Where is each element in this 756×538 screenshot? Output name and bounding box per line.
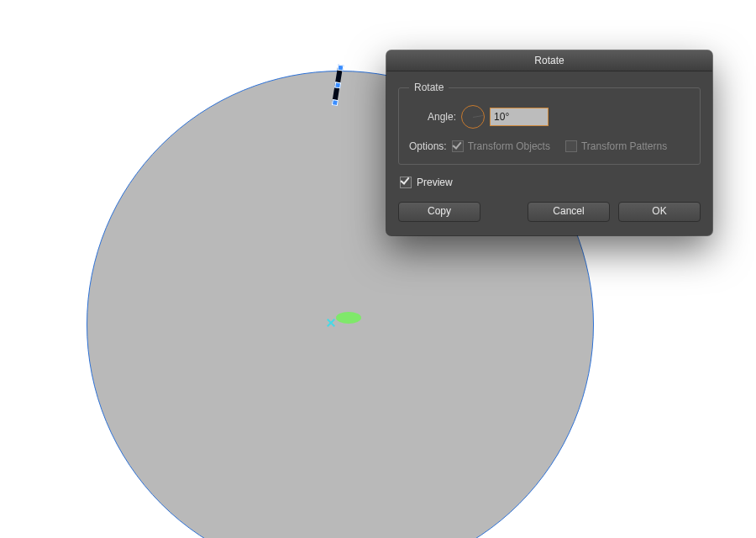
cancel-button[interactable]: Cancel xyxy=(528,202,610,222)
angle-label: Angle: xyxy=(428,111,456,123)
rotate-group-legend: Rotate xyxy=(409,82,449,93)
preview-label: Preview xyxy=(417,177,453,188)
selection-handle[interactable] xyxy=(337,65,344,71)
dialog-body: Rotate Angle: Options: Transform Objects… xyxy=(386,71,712,235)
transform-patterns-label: Transform Patterns xyxy=(581,140,667,152)
checkbox-box-icon xyxy=(452,140,464,152)
dialog-button-row: Copy Cancel OK xyxy=(398,202,701,222)
rotate-group: Rotate Angle: Options: Transform Objects… xyxy=(398,82,701,165)
dialog-title: Rotate xyxy=(534,55,564,66)
checkbox-box-icon xyxy=(400,177,412,188)
checkbox-box-icon xyxy=(565,140,577,152)
center-ellipse-mark[interactable] xyxy=(336,312,361,324)
angle-input[interactable] xyxy=(490,108,549,126)
options-row: Options: Transform Objects Transform Pat… xyxy=(409,140,690,152)
button-spacer xyxy=(489,202,519,222)
transform-patterns-checkbox: Transform Patterns xyxy=(565,140,667,152)
options-label: Options: xyxy=(409,140,447,152)
rotate-dialog: Rotate Rotate Angle: Options: Transform … xyxy=(386,50,712,235)
angle-dial-needle xyxy=(473,115,483,118)
transform-objects-checkbox: Transform Objects xyxy=(452,140,550,152)
copy-button[interactable]: Copy xyxy=(398,202,480,222)
dialog-titlebar[interactable]: Rotate xyxy=(386,50,712,71)
preview-checkbox[interactable]: Preview xyxy=(400,177,699,188)
selection-handle[interactable] xyxy=(334,82,341,88)
selection-handle[interactable] xyxy=(332,99,339,106)
ok-button[interactable]: OK xyxy=(618,202,701,222)
angle-dial[interactable] xyxy=(461,105,485,129)
angle-row: Angle: xyxy=(409,105,690,129)
transform-objects-label: Transform Objects xyxy=(468,140,550,152)
